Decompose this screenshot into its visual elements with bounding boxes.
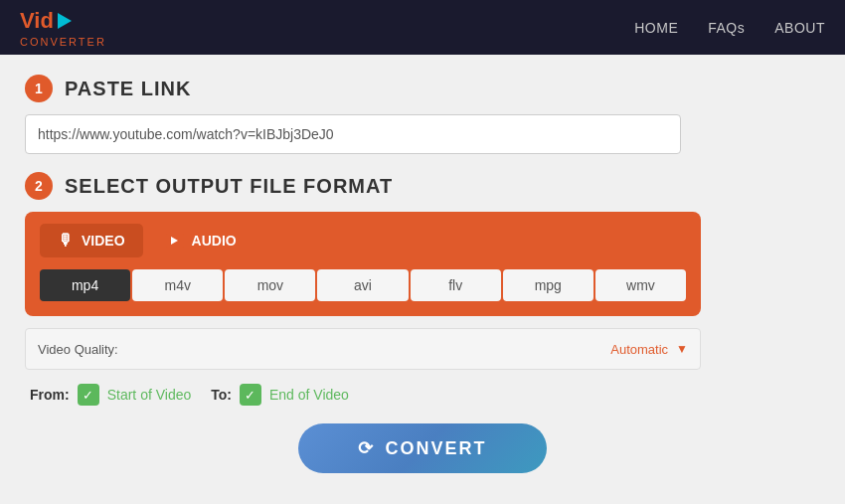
logo-subtitle: CONVERTER — [20, 36, 106, 48]
step1-header: 1 PASTE LINK — [25, 75, 820, 102]
start-of-video-label[interactable]: Start of Video — [107, 387, 192, 403]
format-tabs: 🎙 VIDEO AUDIO — [40, 224, 686, 257]
to-group: To: ✓ End of Video — [211, 384, 349, 406]
format-avi[interactable]: avi — [317, 269, 408, 301]
to-label: To: — [211, 387, 232, 403]
tab-audio[interactable]: AUDIO — [148, 224, 254, 257]
step2-title: SELECT OUTPUT FILE FORMAT — [65, 175, 393, 198]
quality-label: Video Quality: — [38, 342, 610, 357]
step1-title: PASTE LINK — [65, 78, 191, 100]
format-m4v[interactable]: m4v — [132, 269, 223, 301]
nav-about[interactable]: ABOUT — [774, 20, 825, 36]
format-flv[interactable]: flv — [411, 269, 501, 301]
start-check-icon: ✓ — [78, 384, 99, 406]
step2-badge: 2 — [25, 172, 53, 200]
logo-vid-text: Vid — [20, 8, 54, 34]
quality-dropdown-icon: ▼ — [676, 342, 688, 356]
mic-icon: 🎙 — [58, 232, 74, 250]
nav-home[interactable]: HOME — [634, 20, 678, 36]
app-header: Vid CONVERTER HOME FAQs ABOUT — [0, 0, 845, 55]
end-of-video-label[interactable]: End of Video — [269, 387, 349, 403]
quality-value: Automatic — [610, 342, 668, 357]
convert-area: ⟳ CONVERT — [25, 423, 820, 473]
format-mpg[interactable]: mpg — [503, 269, 593, 301]
main-content: 1 PASTE LINK 2 SELECT OUTPUT FILE FORMAT… — [0, 55, 845, 493]
tab-video[interactable]: 🎙 VIDEO — [40, 224, 143, 257]
step1-badge: 1 — [25, 75, 53, 102]
url-input[interactable] — [25, 114, 681, 154]
from-to-row: From: ✓ Start of Video To: ✓ End of Vide… — [25, 384, 820, 406]
format-mp4[interactable]: mp4 — [40, 269, 130, 301]
main-nav: HOME FAQs ABOUT — [634, 20, 825, 36]
step2-header: 2 SELECT OUTPUT FILE FORMAT — [25, 172, 820, 200]
convert-button[interactable]: ⟳ CONVERT — [298, 423, 546, 473]
tab-audio-label: AUDIO — [192, 233, 237, 249]
format-box: 🎙 VIDEO AUDIO mp4 m4v mov avi flv mpg wm… — [25, 212, 701, 316]
format-pills: mp4 m4v mov avi flv mpg wmv — [40, 269, 686, 301]
from-group: From: ✓ Start of Video — [30, 384, 191, 406]
end-check-icon: ✓ — [240, 384, 261, 406]
audio-play-icon — [166, 234, 184, 248]
tab-video-label: VIDEO — [82, 233, 125, 249]
logo: Vid CONVERTER — [20, 8, 106, 48]
convert-button-label: CONVERT — [385, 438, 486, 459]
convert-icon: ⟳ — [358, 437, 375, 459]
from-label: From: — [30, 387, 70, 403]
format-wmv[interactable]: wmv — [595, 269, 686, 301]
logo-play-icon — [58, 13, 72, 29]
quality-row[interactable]: Video Quality: Automatic ▼ — [25, 328, 701, 370]
nav-faqs[interactable]: FAQs — [708, 20, 745, 36]
format-mov[interactable]: mov — [225, 269, 315, 301]
format-section: 🎙 VIDEO AUDIO mp4 m4v mov avi flv mpg wm… — [25, 212, 820, 370]
